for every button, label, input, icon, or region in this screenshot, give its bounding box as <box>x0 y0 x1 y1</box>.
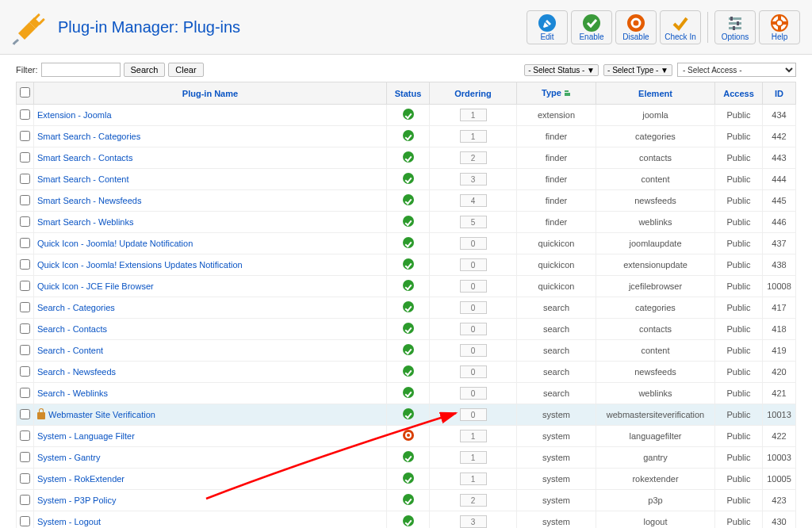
plugin-link[interactable]: Quick Icon - Joomla! Update Notification <box>37 239 193 248</box>
row-checkbox[interactable] <box>20 174 30 184</box>
status-enabled-icon[interactable] <box>403 451 414 462</box>
col-name[interactable]: Plug-in Name <box>34 82 387 105</box>
status-enabled-icon[interactable] <box>403 258 414 270</box>
col-ordering[interactable]: Ordering <box>430 82 517 105</box>
status-enabled-icon[interactable] <box>403 151 414 163</box>
status-enabled-icon[interactable] <box>403 473 414 484</box>
status-enabled-icon[interactable] <box>403 109 414 120</box>
options-button[interactable]: Options <box>714 10 756 44</box>
plugin-link[interactable]: Search - Weblinks <box>37 388 108 398</box>
enable-button[interactable]: Enable <box>571 10 612 44</box>
status-enabled-icon[interactable] <box>403 194 414 205</box>
plugin-link[interactable]: Smart Search - Weblinks <box>37 217 133 227</box>
status-select[interactable]: - Select Status - ▼ <box>524 64 599 76</box>
type-select[interactable]: - Select Type - ▼ <box>603 64 672 76</box>
status-enabled-icon[interactable] <box>403 387 414 398</box>
ordering-input[interactable] <box>460 430 487 442</box>
plugin-link[interactable]: Smart Search - Categories <box>37 132 140 141</box>
ordering-input[interactable] <box>460 323 487 335</box>
row-checkbox[interactable] <box>20 430 30 441</box>
row-checkbox[interactable] <box>20 473 30 484</box>
col-id[interactable]: ID <box>763 82 796 105</box>
ordering-input[interactable] <box>460 451 487 464</box>
search-button[interactable]: Search <box>124 63 166 77</box>
ordering-input[interactable] <box>460 237 487 250</box>
clear-button[interactable]: Clear <box>168 63 203 77</box>
row-checkbox[interactable] <box>20 109 30 120</box>
status-enabled-icon[interactable] <box>403 365 414 377</box>
status-enabled-icon[interactable] <box>403 173 414 184</box>
status-enabled-icon[interactable] <box>403 301 414 312</box>
col-access[interactable]: Access <box>715 82 763 105</box>
ordering-input[interactable] <box>460 515 487 528</box>
row-checkbox[interactable] <box>20 409 30 419</box>
row-checkbox[interactable] <box>20 238 30 248</box>
status-disabled-icon[interactable] <box>403 430 414 441</box>
ordering-input[interactable] <box>460 387 487 400</box>
status-enabled-icon[interactable] <box>403 408 414 419</box>
row-checkbox[interactable] <box>20 281 30 291</box>
plugin-link[interactable]: System - Gantry <box>37 453 100 462</box>
row-checkbox[interactable] <box>20 216 30 227</box>
status-enabled-icon[interactable] <box>403 344 414 355</box>
plugin-link[interactable]: Search - Contacts <box>37 324 107 334</box>
row-checkbox[interactable] <box>20 495 30 505</box>
plugin-link[interactable]: Search - Content <box>37 346 103 355</box>
select-all-checkbox[interactable] <box>20 87 30 98</box>
plugin-link[interactable]: Search - Categories <box>37 303 115 312</box>
row-checkbox[interactable] <box>20 131 30 141</box>
plugin-link[interactable]: Quick Icon - Joomla! Extensions Updates … <box>37 260 243 270</box>
plugin-link[interactable]: Smart Search - Newsfeeds <box>37 196 141 205</box>
edit-button[interactable]: Edit <box>527 10 568 44</box>
ordering-input[interactable] <box>460 344 487 357</box>
row-checkbox[interactable] <box>20 366 30 377</box>
ordering-input[interactable] <box>460 301 487 314</box>
ordering-input[interactable] <box>460 194 487 207</box>
plugin-link[interactable]: Quick Icon - JCE File Browser <box>37 281 154 291</box>
col-status[interactable]: Status <box>387 82 430 105</box>
filter-input[interactable] <box>41 63 121 77</box>
status-enabled-icon[interactable] <box>403 515 414 526</box>
row-checkbox[interactable] <box>20 195 30 205</box>
plugin-link[interactable]: System - Logout <box>37 517 101 526</box>
status-enabled-icon[interactable] <box>403 494 414 505</box>
lock-icon[interactable] <box>37 412 45 419</box>
plugin-link[interactable]: Smart Search - Content <box>37 174 129 184</box>
row-checkbox[interactable] <box>20 452 30 462</box>
ordering-input[interactable] <box>460 258 487 271</box>
row-checkbox[interactable] <box>20 345 30 355</box>
col-element[interactable]: Element <box>596 82 715 105</box>
row-checkbox[interactable] <box>20 323 30 334</box>
status-enabled-icon[interactable] <box>403 130 414 141</box>
row-checkbox[interactable] <box>20 152 30 163</box>
ordering-input[interactable] <box>460 408 487 421</box>
plugin-link[interactable]: System - RokExtender <box>37 474 124 484</box>
ordering-input[interactable] <box>460 365 487 378</box>
ordering-input[interactable] <box>460 151 487 164</box>
ordering-input[interactable] <box>460 280 487 293</box>
status-enabled-icon[interactable] <box>403 323 414 334</box>
col-type[interactable]: Type <box>517 82 596 105</box>
plugin-link[interactable]: Smart Search - Contacts <box>37 153 132 163</box>
status-enabled-icon[interactable] <box>403 237 414 248</box>
ordering-input[interactable] <box>460 494 487 507</box>
plugin-link[interactable]: Search - Newsfeeds <box>37 367 116 377</box>
row-checkbox[interactable] <box>20 516 30 526</box>
ordering-input[interactable] <box>460 473 487 485</box>
disable-button[interactable]: Disable <box>615 10 657 44</box>
plugin-link[interactable]: Webmaster Site Verification <box>48 410 155 419</box>
plugin-link[interactable]: System - Language Filter <box>37 431 135 441</box>
row-checkbox[interactable] <box>20 388 30 398</box>
row-checkbox[interactable] <box>20 259 30 270</box>
row-checkbox[interactable] <box>20 302 30 312</box>
checkin-button[interactable]: Check In <box>660 10 701 44</box>
status-enabled-icon[interactable] <box>403 280 414 291</box>
ordering-input[interactable] <box>460 216 487 228</box>
plugin-link[interactable]: System - P3P Policy <box>37 495 116 505</box>
ordering-input[interactable] <box>460 109 487 121</box>
access-select[interactable]: - Select Access - <box>677 63 796 77</box>
help-button[interactable]: Help <box>759 10 800 44</box>
ordering-input[interactable] <box>460 173 487 186</box>
plugin-link[interactable]: Extension - Joomla <box>37 110 112 120</box>
status-enabled-icon[interactable] <box>403 216 414 227</box>
